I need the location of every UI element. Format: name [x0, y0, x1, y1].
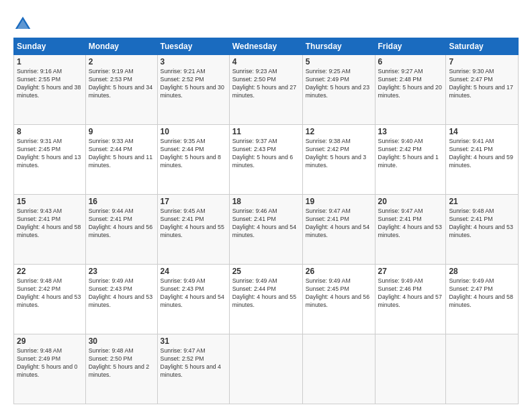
day-info: Sunrise: 9:47 AM Sunset: 2:52 PM Dayligh…	[161, 347, 226, 379]
day-number: 17	[161, 197, 226, 206]
day-info: Sunrise: 9:16 AM Sunset: 2:55 PM Dayligh…	[17, 68, 83, 100]
calendar-day-4: 4 Sunrise: 9:23 AM Sunset: 2:50 PM Dayli…	[229, 55, 302, 125]
logo	[13, 15, 35, 34]
day-info: Sunrise: 9:48 AM Sunset: 2:49 PM Dayligh…	[17, 347, 83, 379]
calendar-day-26: 26 Sunrise: 9:49 AM Sunset: 2:45 PM Dayl…	[302, 265, 375, 334]
day-number: 11	[232, 127, 300, 136]
day-number: 31	[161, 336, 226, 346]
day-info: Sunrise: 9:46 AM Sunset: 2:41 PM Dayligh…	[232, 208, 300, 240]
day-info: Sunrise: 9:49 AM Sunset: 2:45 PM Dayligh…	[306, 277, 372, 310]
empty-cell	[229, 334, 302, 404]
day-info: Sunrise: 9:40 AM Sunset: 2:42 PM Dayligh…	[378, 138, 443, 170]
calendar-day-28: 28 Sunrise: 9:49 AM Sunset: 2:47 PM Dayl…	[446, 265, 519, 334]
calendar-header-thursday: Thursday	[302, 38, 375, 55]
header	[13, 12, 519, 34]
calendar-header-friday: Friday	[375, 38, 446, 55]
day-number: 29	[17, 336, 83, 346]
day-number: 30	[89, 336, 154, 346]
calendar-week-3: 15 Sunrise: 9:43 AM Sunset: 2:41 PM Dayl…	[14, 195, 519, 265]
calendar-week-5: 29 Sunrise: 9:48 AM Sunset: 2:49 PM Dayl…	[14, 334, 519, 404]
day-info: Sunrise: 9:49 AM Sunset: 2:43 PM Dayligh…	[89, 277, 154, 310]
calendar-week-1: 1 Sunrise: 9:16 AM Sunset: 2:55 PM Dayli…	[14, 55, 519, 125]
calendar-header-sunday: Sunday	[14, 38, 86, 55]
day-number: 24	[161, 267, 226, 276]
day-number: 26	[306, 267, 372, 276]
day-number: 28	[449, 267, 515, 276]
calendar-day-14: 14 Sunrise: 9:41 AM Sunset: 2:41 PM Dayl…	[446, 125, 519, 195]
day-number: 10	[161, 127, 226, 136]
day-info: Sunrise: 9:49 AM Sunset: 2:47 PM Dayligh…	[449, 277, 515, 310]
day-info: Sunrise: 9:19 AM Sunset: 2:53 PM Dayligh…	[89, 68, 154, 100]
day-info: Sunrise: 9:49 AM Sunset: 2:46 PM Dayligh…	[378, 277, 443, 310]
calendar-header-row: SundayMondayTuesdayWednesdayThursdayFrid…	[14, 38, 519, 55]
day-number: 18	[232, 197, 300, 206]
day-info: Sunrise: 9:45 AM Sunset: 2:41 PM Dayligh…	[161, 208, 226, 240]
calendar-header-wednesday: Wednesday	[229, 38, 302, 55]
empty-cell	[302, 334, 375, 404]
calendar-day-1: 1 Sunrise: 9:16 AM Sunset: 2:55 PM Dayli…	[14, 55, 86, 125]
day-info: Sunrise: 9:33 AM Sunset: 2:44 PM Dayligh…	[89, 138, 154, 170]
day-info: Sunrise: 9:23 AM Sunset: 2:50 PM Dayligh…	[232, 68, 300, 100]
calendar-day-20: 20 Sunrise: 9:47 AM Sunset: 2:41 PM Dayl…	[375, 195, 446, 265]
day-number: 3	[161, 57, 226, 66]
day-info: Sunrise: 9:47 AM Sunset: 2:41 PM Dayligh…	[306, 208, 372, 240]
calendar-day-8: 8 Sunrise: 9:31 AM Sunset: 2:45 PM Dayli…	[14, 125, 86, 195]
day-number: 5	[306, 57, 372, 66]
calendar-day-5: 5 Sunrise: 9:25 AM Sunset: 2:49 PM Dayli…	[302, 55, 375, 125]
calendar-day-29: 29 Sunrise: 9:48 AM Sunset: 2:49 PM Dayl…	[14, 334, 86, 404]
day-number: 16	[89, 197, 154, 206]
calendar-day-19: 19 Sunrise: 9:47 AM Sunset: 2:41 PM Dayl…	[302, 195, 375, 265]
day-info: Sunrise: 9:49 AM Sunset: 2:43 PM Dayligh…	[161, 277, 226, 310]
calendar-day-16: 16 Sunrise: 9:44 AM Sunset: 2:41 PM Dayl…	[85, 195, 157, 265]
calendar-day-24: 24 Sunrise: 9:49 AM Sunset: 2:43 PM Dayl…	[157, 265, 229, 334]
calendar-week-2: 8 Sunrise: 9:31 AM Sunset: 2:45 PM Dayli…	[14, 125, 519, 195]
day-number: 22	[17, 267, 83, 276]
day-info: Sunrise: 9:49 AM Sunset: 2:44 PM Dayligh…	[232, 277, 300, 310]
day-info: Sunrise: 9:41 AM Sunset: 2:41 PM Dayligh…	[449, 138, 515, 170]
day-info: Sunrise: 9:37 AM Sunset: 2:43 PM Dayligh…	[232, 138, 300, 170]
day-number: 12	[306, 127, 372, 136]
day-number: 14	[449, 127, 515, 136]
day-number: 8	[17, 127, 83, 136]
day-number: 2	[89, 57, 154, 66]
calendar-day-21: 21 Sunrise: 9:48 AM Sunset: 2:41 PM Dayl…	[446, 195, 519, 265]
day-info: Sunrise: 9:31 AM Sunset: 2:45 PM Dayligh…	[17, 138, 83, 170]
day-number: 15	[17, 197, 83, 206]
empty-cell	[375, 334, 446, 404]
day-number: 25	[232, 267, 300, 276]
logo-icon	[13, 15, 32, 34]
day-info: Sunrise: 9:30 AM Sunset: 2:47 PM Dayligh…	[449, 68, 515, 100]
empty-cell	[446, 334, 519, 404]
day-info: Sunrise: 9:21 AM Sunset: 2:52 PM Dayligh…	[161, 68, 226, 100]
calendar-day-9: 9 Sunrise: 9:33 AM Sunset: 2:44 PM Dayli…	[85, 125, 157, 195]
day-number: 9	[89, 127, 154, 136]
day-number: 7	[449, 57, 515, 66]
calendar-week-4: 22 Sunrise: 9:48 AM Sunset: 2:42 PM Dayl…	[14, 265, 519, 334]
day-number: 27	[378, 267, 443, 276]
day-number: 6	[378, 57, 443, 66]
day-info: Sunrise: 9:48 AM Sunset: 2:41 PM Dayligh…	[449, 208, 515, 240]
calendar-day-13: 13 Sunrise: 9:40 AM Sunset: 2:42 PM Dayl…	[375, 125, 446, 195]
calendar-day-17: 17 Sunrise: 9:45 AM Sunset: 2:41 PM Dayl…	[157, 195, 229, 265]
day-info: Sunrise: 9:38 AM Sunset: 2:42 PM Dayligh…	[306, 138, 372, 170]
calendar-header-tuesday: Tuesday	[157, 38, 229, 55]
day-number: 13	[378, 127, 443, 136]
calendar-day-2: 2 Sunrise: 9:19 AM Sunset: 2:53 PM Dayli…	[85, 55, 157, 125]
calendar-table: SundayMondayTuesdayWednesdayThursdayFrid…	[13, 38, 519, 404]
calendar-day-27: 27 Sunrise: 9:49 AM Sunset: 2:46 PM Dayl…	[375, 265, 446, 334]
day-number: 19	[306, 197, 372, 206]
calendar-day-3: 3 Sunrise: 9:21 AM Sunset: 2:52 PM Dayli…	[157, 55, 229, 125]
calendar-day-6: 6 Sunrise: 9:27 AM Sunset: 2:48 PM Dayli…	[375, 55, 446, 125]
calendar-day-7: 7 Sunrise: 9:30 AM Sunset: 2:47 PM Dayli…	[446, 55, 519, 125]
day-info: Sunrise: 9:35 AM Sunset: 2:44 PM Dayligh…	[161, 138, 226, 170]
day-info: Sunrise: 9:27 AM Sunset: 2:48 PM Dayligh…	[378, 68, 443, 100]
day-info: Sunrise: 9:43 AM Sunset: 2:41 PM Dayligh…	[17, 208, 83, 240]
day-number: 4	[232, 57, 300, 66]
calendar-day-22: 22 Sunrise: 9:48 AM Sunset: 2:42 PM Dayl…	[14, 265, 86, 334]
day-info: Sunrise: 9:44 AM Sunset: 2:41 PM Dayligh…	[89, 208, 154, 240]
day-number: 20	[378, 197, 443, 206]
calendar-day-25: 25 Sunrise: 9:49 AM Sunset: 2:44 PM Dayl…	[229, 265, 302, 334]
day-number: 21	[449, 197, 515, 206]
calendar-day-15: 15 Sunrise: 9:43 AM Sunset: 2:41 PM Dayl…	[14, 195, 86, 265]
calendar-header-saturday: Saturday	[446, 38, 519, 55]
